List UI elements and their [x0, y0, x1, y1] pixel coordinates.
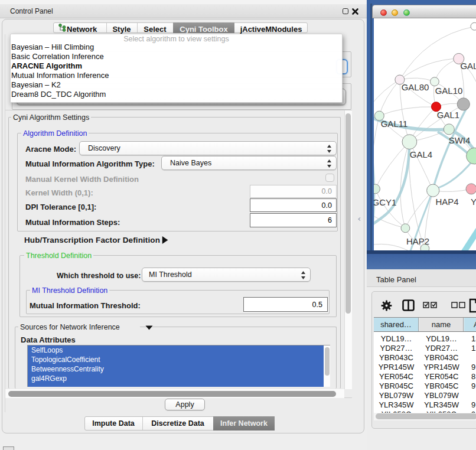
svg-text:GAL80: GAL80 — [402, 82, 429, 92]
svg-text:GAL2: GAL2 — [460, 61, 476, 71]
svg-text:GAL11: GAL11 — [381, 119, 408, 129]
svg-text:GAL10: GAL10 — [435, 86, 463, 96]
svg-text:HAP2: HAP2 — [406, 236, 429, 246]
svg-text:GAL4: GAL4 — [410, 149, 432, 159]
svg-text:HAP4: HAP4 — [435, 197, 458, 207]
svg-text:SWI4: SWI4 — [449, 135, 471, 145]
svg-text:GCY1: GCY1 — [374, 197, 396, 207]
svg-text:GAL1: GAL1 — [437, 110, 459, 120]
svg-text:YEL0: YEL0 — [471, 197, 476, 207]
